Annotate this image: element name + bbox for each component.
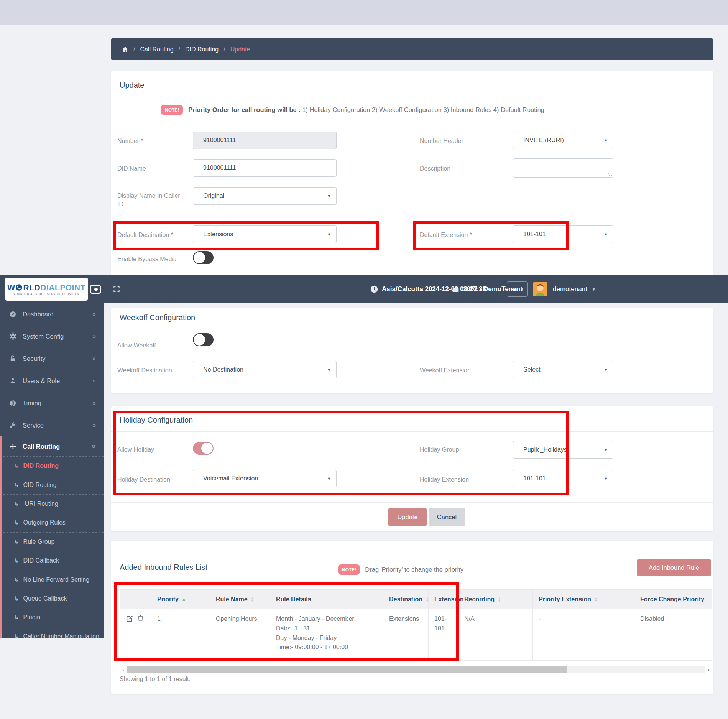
sidebar-subitem-plugin[interactable]: ↳ Plugin [0,608,104,627]
sidebar-item-timing[interactable]: Timing » [0,392,104,414]
sidebar-subitem-label: Outgoing Rules [23,519,66,526]
horizontal-scrollbar[interactable]: ‹ › [120,666,712,673]
allow-holiday-toggle[interactable] [193,442,214,455]
cell-priority-extension: - [533,609,634,660]
holiday-extension-select[interactable]: 101-101 ▼ [513,470,613,487]
cell-priority[interactable]: 1 [151,609,210,660]
allow-weekoff-toggle[interactable] [193,333,214,346]
active-section-indicator [0,436,2,638]
trash-icon[interactable] [137,614,144,622]
weekoff-destination-value: No Destination [203,366,243,373]
sidebar-subitem-queue-callback[interactable]: ↳ Queue Callback [0,589,104,608]
sidebar-subitem-uri-routing[interactable]: ↳ URI Routing [0,494,104,513]
sidebar-item-users-role[interactable]: Users & Role » [0,370,104,392]
briefcase-icon [452,285,460,293]
softphone-dock-icon[interactable] [90,285,101,294]
sort-icon: ▲▼ [594,597,598,602]
breadcrumb-did-routing[interactable]: DID Routing [185,46,219,53]
user-menu[interactable]: demotenant ▼ [553,275,596,303]
allow-holiday-label: Allow Holiday [117,446,154,454]
did-name-label: DID Name [117,165,146,173]
breadcrumb-separator: / [179,46,180,53]
weekoff-extension-value: Select [523,366,540,373]
sidebar-subitem-caller-number-manipulation[interactable]: ↳ Caller Number Manipulation [0,627,104,638]
sidebar-subitem-label: URI Routing [25,500,58,507]
number-header-select[interactable]: INVITE (RURI) ▼ [513,132,613,149]
sidebar-subitem-no-line-forward[interactable]: ↳ No Line Forward Setting [0,570,104,589]
table-row: 1 Opening Hours Month:- January - Decemb… [120,609,712,661]
add-inbound-rule-button[interactable]: Add Inbound Rule [637,559,711,576]
corner-arrow-icon: ↳ [14,538,19,545]
sidebar-subitem-did-routing[interactable]: ↳ DID Routing [0,456,104,475]
resize-handle-icon[interactable] [608,172,612,176]
sidebar-subitem-cid-routing[interactable]: ↳ CID Routing [0,475,104,494]
description-textarea[interactable] [513,158,613,178]
number-input: 9100001111 [193,132,337,149]
fullscreen-icon[interactable] [113,285,120,293]
scroll-left-icon[interactable]: ‹ [120,666,127,673]
did-name-input[interactable]: 9100001111 [193,159,337,177]
column-label: Rule Name [216,596,248,603]
display-name-label: Display Name In Caller ID [117,192,181,208]
weekoff-extension-select[interactable]: Select ▼ [513,361,613,378]
column-header-extension[interactable]: Extension ▲▼ [429,590,458,609]
sidebar-item-security[interactable]: Security » [0,347,104,370]
note-badge: NOTE! [338,564,360,575]
sidebar-item-service[interactable]: Service » [0,414,104,436]
logo-text: DIALPOINT [40,283,85,291]
column-label: Destination [389,596,422,603]
enable-bypass-media-toggle[interactable] [193,251,214,264]
sidebar-item-call-routing[interactable]: Call Routing » [0,436,104,456]
default-destination-select[interactable]: Extensions ▼ [193,225,337,243]
toggle-knob [201,443,213,454]
actions-column-header [120,590,151,609]
rules-note-row: NOTE! Drag 'Priority' to change the prio… [338,564,463,575]
number-header-label: Number Header [420,137,463,145]
column-header-destination[interactable]: Destination ▲▼ [383,590,429,609]
holiday-group-select[interactable]: Puplic_Holidays ▼ [513,441,613,459]
column-header-rule-name[interactable]: Rule Name ▲▼ [210,590,270,609]
corner-arrow-icon: ↳ [14,595,19,602]
holiday-destination-select[interactable]: Voicemail Extension ▼ [193,470,337,487]
sidebar-subitem-did-callback[interactable]: ↳ DID Callback [0,551,104,570]
sort-icon: ▲▼ [251,597,254,602]
wrench-icon [9,422,19,429]
holiday-destination-value: Voicemail Extension [203,475,258,482]
breadcrumb-call-routing[interactable]: Call Routing [140,46,173,53]
note-badge: NOTE! [161,105,183,115]
column-header-force-change-priority[interactable]: Force Change Priority [634,590,712,609]
number-header-value: INVITE (RURI) [523,137,564,144]
cancel-button[interactable]: Cancel [429,508,465,526]
sidebar-subitem-label: DID Routing [23,462,59,469]
worlddialpoint-logo[interactable]: W RLD DIALPOINT YOUR LOCAL VOICE SERVICE… [5,278,88,301]
weekoff-destination-select[interactable]: No Destination ▼ [193,361,337,378]
holiday-extension-value: 101-101 [523,475,546,482]
scroll-right-icon[interactable]: › [705,666,712,673]
sidebar-subitem-label: Caller Number Manipulation [23,633,99,638]
scrollbar-thumb[interactable] [127,666,567,673]
description-label: Description [420,165,450,173]
breadcrumb-separator: / [133,46,135,53]
update-button[interactable]: Update [388,508,427,526]
default-extension-select[interactable]: 101-101 ▼ [513,225,613,243]
sort-icon: ▲▼ [498,597,501,602]
avatar[interactable] [533,282,547,296]
edit-icon[interactable] [126,614,133,622]
sidebar-item-dashboard[interactable]: Dashboard » [0,303,104,325]
note-text-bold: Priority Order for call routing will be … [188,106,300,113]
scrollbar-track[interactable] [127,666,705,673]
column-header-priority-extension[interactable]: Priority Extension ▲▼ [533,590,634,609]
language-select[interactable]: EN ▼ [507,281,528,297]
column-header-priority[interactable]: Priority ▲ [151,590,210,609]
display-name-select[interactable]: Original ▼ [193,187,337,205]
sidebar-subitem-outgoing-rules[interactable]: ↳ Outgoing Rules [0,513,104,532]
sidebar-subitem-rule-group[interactable]: ↳ Rule Group [0,532,104,551]
clock-icon [370,285,378,293]
results-count: Showing 1 to 1 of 1 result. [120,676,191,683]
sidebar-item-system-config[interactable]: System Config » [0,325,104,347]
column-header-recording[interactable]: Recording ▲▼ [458,590,533,609]
home-icon[interactable] [122,46,128,53]
logo-tagline: YOUR LOCAL VOICE SERVICE PROVIDER [13,293,79,295]
corner-arrow-icon: ↳ [14,462,19,469]
inbound-rules-table: Priority ▲ Rule Name ▲▼ Rule Details Des… [120,589,712,661]
